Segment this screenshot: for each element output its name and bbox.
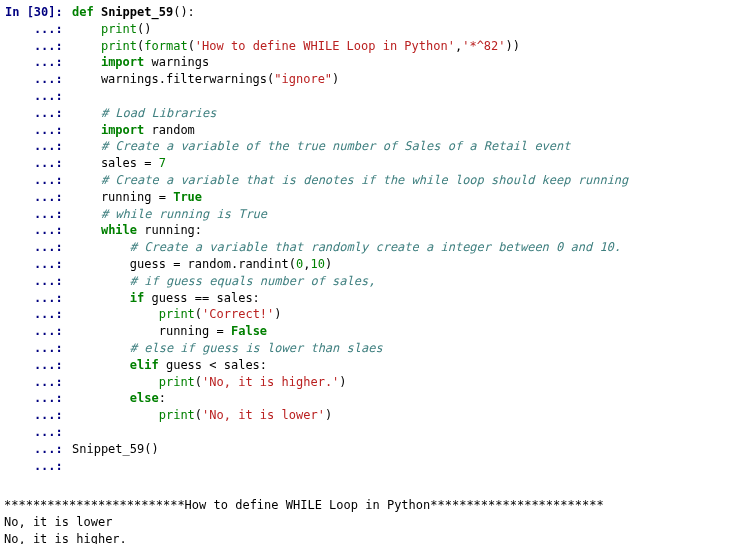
prompt-continuation: ...:	[12, 22, 70, 36]
prompt-continuation: ...:	[12, 89, 70, 103]
prompt-column: In [30]: ...: ...: ...: ...: ...: ...: .…	[4, 4, 72, 474]
prompt-continuation: ...:	[12, 391, 70, 405]
prompt-continuation: ...:	[12, 442, 70, 456]
prompt-continuation: ...:	[12, 156, 70, 170]
code-cell: In [30]: ...: ...: ...: ...: ...: ...: .…	[4, 4, 731, 474]
code-column: def Snippet_59(): print() print(format('…	[72, 4, 731, 458]
prompt-continuation: ...:	[12, 207, 70, 221]
prompt-continuation: ...:	[12, 257, 70, 271]
prompt-in-label: In [	[5, 5, 34, 19]
prompt-continuation: ...:	[12, 55, 70, 69]
prompt-continuation: ...:	[12, 106, 70, 120]
prompt-continuation: ...:	[12, 123, 70, 137]
prompt-continuation: ...:	[12, 240, 70, 254]
prompt-continuation: ...:	[12, 274, 70, 288]
prompt-close: ]:	[48, 5, 70, 19]
prompt-continuation: ...:	[12, 341, 70, 355]
prompt-continuation: ...:	[12, 72, 70, 86]
prompt-number: 30	[34, 5, 48, 19]
prompt-continuation: ...:	[12, 375, 70, 389]
prompt-continuation: ...:	[12, 173, 70, 187]
prompt-continuation: ...:	[12, 358, 70, 372]
prompt-continuation: ...:	[12, 324, 70, 338]
prompt-continuation: ...:	[12, 425, 70, 439]
output-area: *************************How to define W…	[4, 480, 731, 544]
prompt-continuation: ...:	[12, 307, 70, 321]
prompt-continuation: ...:	[12, 408, 70, 422]
prompt-continuation: ...:	[12, 190, 70, 204]
prompt-continuation: ...:	[12, 223, 70, 237]
prompt-continuation: ...:	[12, 39, 70, 53]
prompt-continuation: ...:	[12, 291, 70, 305]
prompt-continuation: ...:	[12, 139, 70, 153]
prompt-continuation: ...:	[12, 459, 70, 473]
